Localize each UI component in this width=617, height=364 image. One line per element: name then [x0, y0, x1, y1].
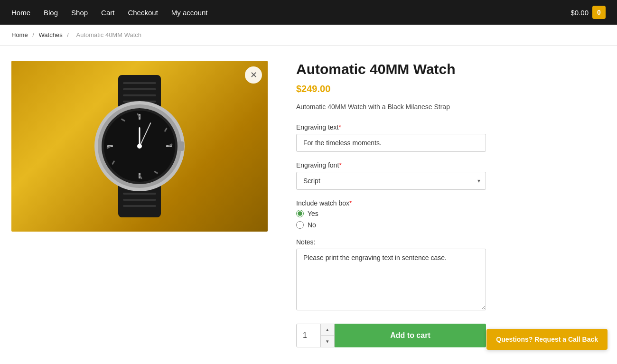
qty-buttons: ▴ ▾ — [320, 324, 334, 347]
required-star-3: * — [349, 199, 352, 207]
svg-point-32 — [137, 144, 142, 149]
watchbox-label: Include watch box* — [296, 199, 606, 207]
svg-rect-3 — [123, 94, 156, 96]
cart-area: $0.00 0 — [570, 6, 606, 19]
breadcrumb: Home / Watches / Automatic 40MM Watch — [0, 25, 617, 46]
required-star-1: * — [339, 123, 341, 131]
engraving-font-label: Engraving font* — [296, 161, 606, 169]
watchbox-yes-label: Yes — [308, 210, 318, 217]
svg-rect-33 — [178, 141, 184, 151]
cart-badge[interactable]: 0 — [592, 6, 606, 19]
nav-home[interactable]: Home — [11, 9, 30, 17]
notes-group: Notes: Please print the engraving text i… — [296, 238, 606, 312]
svg-rect-8 — [123, 199, 156, 201]
watchbox-no-option[interactable]: No — [296, 221, 606, 229]
watch-svg — [64, 70, 215, 222]
svg-rect-2 — [123, 88, 156, 90]
notes-textarea[interactable]: Please print the engraving text in sente… — [296, 249, 486, 310]
product-title: Automatic 40MM Watch — [296, 61, 606, 78]
add-to-cart-row: ▴ ▾ Add to cart — [296, 324, 486, 347]
qty-increase-button[interactable]: ▴ — [321, 324, 334, 336]
engraving-text-label: Engraving text* — [296, 123, 606, 131]
close-button[interactable]: ✕ — [245, 66, 262, 84]
breadcrumb-sep2: / — [67, 31, 70, 38]
nav-account[interactable]: My account — [171, 9, 208, 17]
breadcrumb-current: Automatic 40MM Watch — [76, 31, 142, 38]
cart-total: $0.00 — [570, 9, 589, 17]
notes-label: Notes: — [296, 238, 606, 246]
close-icon: ✕ — [250, 70, 257, 80]
callout-button[interactable]: Questions? Request a Call Back — [486, 329, 608, 350]
page-content: ✕ Automatic 40MM Watch $249.00 Automatic… — [0, 46, 617, 364]
font-select-wrap: Script Serif Sans-serif Italic ▾ — [296, 172, 486, 190]
breadcrumb-sep1: / — [32, 31, 36, 38]
engraving-font-group: Engraving font* Script Serif Sans-serif … — [296, 161, 606, 190]
add-to-cart-button[interactable]: Add to cart — [335, 324, 486, 347]
nav-blog[interactable]: Blog — [44, 9, 58, 17]
watchbox-radio-group: Yes No — [296, 210, 606, 229]
product-price: $249.00 — [296, 84, 606, 94]
breadcrumb-home[interactable]: Home — [11, 31, 28, 38]
quantity-wrap: ▴ ▾ — [296, 324, 335, 347]
watchbox-group: Include watch box* Yes No — [296, 199, 606, 229]
watchbox-yes-option[interactable]: Yes — [296, 210, 606, 217]
svg-rect-1 — [123, 82, 156, 84]
engraving-font-select[interactable]: Script Serif Sans-serif Italic — [296, 172, 486, 190]
engraving-text-input[interactable] — [296, 134, 486, 152]
watchbox-no-radio[interactable] — [296, 221, 304, 229]
navigation: Home Blog Shop Cart Checkout My account … — [0, 0, 617, 25]
product-image-wrap: ✕ — [11, 61, 268, 347]
breadcrumb-category[interactable]: Watches — [39, 31, 63, 38]
watchbox-yes-radio[interactable] — [296, 210, 304, 217]
product-image — [11, 61, 268, 232]
chevron-up-icon: ▴ — [326, 327, 329, 332]
required-star-2: * — [339, 161, 341, 169]
product-description: Automatic 40MM Watch with a Black Milane… — [296, 102, 606, 112]
nav-cart[interactable]: Cart — [101, 9, 114, 17]
qty-decrease-button[interactable]: ▾ — [321, 336, 334, 347]
watchbox-no-label: No — [308, 221, 316, 229]
nav-shop[interactable]: Shop — [71, 9, 88, 17]
nav-checkout[interactable]: Checkout — [128, 9, 158, 17]
quantity-input[interactable] — [297, 327, 320, 345]
product-details: Automatic 40MM Watch $249.00 Automatic 4… — [296, 61, 606, 347]
svg-rect-7 — [123, 193, 156, 195]
chevron-down-icon: ▾ — [326, 339, 329, 344]
engraving-text-group: Engraving text* — [296, 123, 606, 152]
nav-links: Home Blog Shop Cart Checkout My account — [11, 9, 208, 17]
svg-rect-9 — [123, 205, 156, 207]
